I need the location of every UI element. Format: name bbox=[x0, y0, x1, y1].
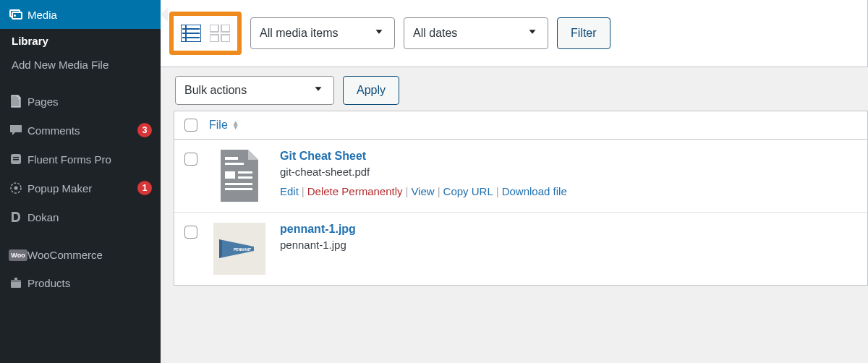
bulk-actions-label: Bulk actions bbox=[184, 84, 247, 97]
svg-rect-23 bbox=[225, 183, 252, 185]
sidebar-item-fluent-forms-pro[interactable]: Fluent Forms Pro bbox=[0, 145, 161, 174]
sidebar-label: Media bbox=[27, 9, 152, 21]
sidebar-item-label: Dokan bbox=[27, 211, 152, 223]
file-info: pennant-1.jpgpennant-1.jpg bbox=[280, 223, 356, 251]
pages-icon bbox=[9, 94, 27, 108]
action-delete-permanently[interactable]: Delete Permanently bbox=[307, 185, 403, 197]
sidebar-sub-add-new[interactable]: Add New Media File bbox=[0, 53, 161, 77]
main-content: All media items All dates Filter Bulk ac… bbox=[161, 0, 868, 363]
sidebar-item-dokan[interactable]: Dokan bbox=[0, 202, 161, 231]
svg-marker-26 bbox=[219, 239, 222, 258]
notification-badge: 3 bbox=[137, 123, 152, 137]
list-view-button[interactable] bbox=[178, 20, 204, 46]
media-toolbar: All media items All dates Filter bbox=[161, 0, 868, 67]
svg-rect-7 bbox=[11, 280, 21, 282]
svg-rect-15 bbox=[221, 25, 230, 32]
svg-rect-17 bbox=[221, 35, 230, 42]
sidebar-item-label: Fluent Forms Pro bbox=[27, 153, 152, 166]
svg-rect-8 bbox=[14, 278, 17, 280]
form-icon bbox=[9, 152, 27, 166]
svg-text:PENNANT: PENNANT bbox=[234, 247, 251, 252]
row-checkbox[interactable] bbox=[184, 153, 197, 166]
sidebar-item-label: WooCommerce bbox=[27, 249, 152, 261]
row-actions: Edit|Delete Permanently|View|Copy URL|Do… bbox=[280, 185, 567, 197]
date-filter[interactable]: All dates bbox=[404, 17, 548, 49]
file-info: Git Cheat Sheetgit-cheat-sheet.pdfEdit|D… bbox=[280, 150, 567, 197]
svg-rect-19 bbox=[225, 163, 244, 165]
sidebar-item-comments[interactable]: Comments3 bbox=[0, 116, 161, 145]
sidebar-item-label: Popup Maker bbox=[27, 182, 133, 195]
action-download-file[interactable]: Download file bbox=[502, 185, 567, 197]
svg-rect-18 bbox=[225, 157, 238, 160]
list-icon bbox=[181, 25, 201, 42]
popup-icon bbox=[9, 181, 27, 195]
file-title[interactable]: Git Cheat Sheet bbox=[280, 150, 567, 163]
sidebar-item-pages[interactable]: Pages bbox=[0, 87, 161, 116]
svg-rect-2 bbox=[13, 157, 19, 158]
chevron-down-icon bbox=[373, 25, 386, 41]
media-table: File ▲▼ Git Cheat Sheetgit-cheat-sheet.p… bbox=[174, 111, 868, 286]
media-type-filter[interactable]: All media items bbox=[250, 17, 395, 49]
woo-icon: Woo bbox=[9, 249, 27, 261]
grid-view-button[interactable] bbox=[207, 20, 233, 46]
svg-rect-21 bbox=[238, 171, 252, 174]
date-filter-label: All dates bbox=[413, 27, 457, 40]
bulk-actions-bar: Bulk actions Apply bbox=[161, 67, 868, 111]
grid-icon bbox=[210, 25, 230, 42]
svg-rect-3 bbox=[13, 159, 19, 161]
action-edit[interactable]: Edit bbox=[280, 185, 299, 197]
sidebar-item-media[interactable]: Media bbox=[0, 0, 161, 29]
svg-rect-24 bbox=[225, 188, 252, 190]
apply-button[interactable]: Apply bbox=[343, 76, 399, 105]
table-row: Git Cheat Sheetgit-cheat-sheet.pdfEdit|D… bbox=[174, 140, 867, 213]
admin-sidebar: Media Library Add New Media File PagesCo… bbox=[0, 0, 161, 363]
svg-rect-16 bbox=[210, 35, 218, 42]
column-header-file-label: File bbox=[209, 119, 228, 132]
file-title[interactable]: pennant-1.jpg bbox=[280, 223, 356, 236]
sidebar-item-label: Comments bbox=[27, 124, 133, 137]
action-copy-url[interactable]: Copy URL bbox=[443, 185, 493, 197]
svg-rect-14 bbox=[210, 25, 218, 32]
sidebar-item-label: Products bbox=[27, 277, 152, 289]
svg-rect-22 bbox=[238, 176, 252, 179]
row-checkbox[interactable] bbox=[184, 226, 197, 239]
products-icon bbox=[9, 276, 27, 290]
sidebar-sub-library[interactable]: Library bbox=[0, 29, 161, 53]
comment-icon bbox=[9, 123, 27, 137]
image-thumbnail: PENNANT bbox=[213, 223, 265, 275]
sort-indicator-icon: ▲▼ bbox=[232, 121, 239, 129]
chevron-down-icon bbox=[526, 25, 539, 41]
sidebar-item-products[interactable]: Products bbox=[0, 268, 161, 297]
select-all-checkbox[interactable] bbox=[184, 119, 197, 132]
media-type-filter-label: All media items bbox=[260, 27, 338, 40]
file-name: git-cheat-sheet.pdf bbox=[280, 166, 567, 178]
chevron-down-icon bbox=[312, 82, 325, 98]
sidebar-item-woocommerce[interactable]: WooWooCommerce bbox=[0, 242, 161, 268]
sidebar-item-popup-maker[interactable]: Popup Maker1 bbox=[0, 174, 161, 202]
document-icon bbox=[213, 150, 265, 202]
file-name: pennant-1.jpg bbox=[280, 239, 356, 251]
column-header-file[interactable]: File ▲▼ bbox=[209, 119, 239, 132]
dokan-icon bbox=[9, 210, 27, 224]
svg-rect-20 bbox=[225, 171, 235, 179]
table-header: File ▲▼ bbox=[174, 111, 867, 140]
bulk-actions-select[interactable]: Bulk actions bbox=[175, 76, 334, 105]
notification-badge: 1 bbox=[137, 181, 152, 195]
table-row: PENNANTpennant-1.jpgpennant-1.jpg bbox=[174, 213, 867, 285]
action-view[interactable]: View bbox=[411, 185, 434, 197]
sidebar-item-label: Pages bbox=[27, 95, 152, 108]
view-mode-highlight bbox=[169, 12, 242, 55]
svg-point-5 bbox=[14, 187, 18, 190]
media-icon bbox=[9, 7, 27, 22]
filter-button[interactable]: Filter bbox=[557, 17, 610, 49]
